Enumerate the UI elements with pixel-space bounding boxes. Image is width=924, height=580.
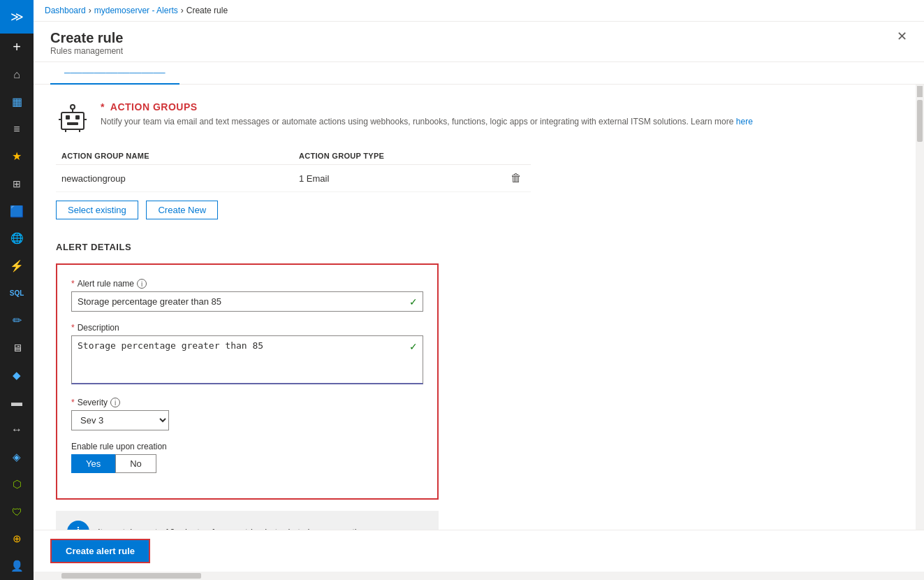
action-groups-section: * ACTION GROUPS Notify your team via ema… [34, 85, 916, 530]
action-groups-table: ACTION GROUP NAME ACTION GROUP TYPE newa… [56, 147, 531, 192]
action-group-type: 1 Email [293, 165, 501, 192]
main-area: Dashboard › mydemoserver - Alerts › Crea… [34, 0, 924, 580]
scroll-container[interactable]: * ACTION GROUPS Notify your team via ema… [34, 85, 916, 530]
sidebar-top: ≫ [0, 0, 34, 34]
lightning-icon[interactable]: ⚡ [0, 252, 34, 280]
no-button[interactable]: No [115, 454, 156, 473]
menu-icon[interactable]: ≡ [0, 115, 34, 143]
description-group: * Description Storage percentage greater… [71, 323, 423, 386]
enable-rule-label: Enable rule upon creation [71, 442, 423, 451]
close-button[interactable]: ✕ [897, 30, 907, 43]
severity-info-icon[interactable]: i [110, 398, 120, 407]
action-groups-description: Notify your team via email and text mess… [101, 115, 753, 128]
collapse-icon[interactable]: ≫ [0, 3, 34, 31]
globe-icon[interactable]: 🌐 [0, 225, 34, 252]
panel-subtitle: Rules management [50, 46, 124, 56]
info-bar: i It can take up to 10 minutes for a met… [56, 511, 439, 530]
description-check-icon: ✓ [409, 341, 418, 352]
action-group-name: newactiongroup [56, 165, 293, 192]
azure-icon[interactable]: ◈ [0, 443, 34, 470]
favorites-icon[interactable]: ★ [0, 143, 34, 170]
panel-title: Create rule [50, 30, 124, 46]
action-groups-title: * ACTION GROUPS [101, 101, 753, 113]
info-bar-text: It can take up to 10 minutes for a metri… [98, 527, 369, 530]
scrollbar-thumb[interactable] [917, 100, 923, 142]
alert-rule-name-input[interactable] [71, 291, 423, 312]
col-header-name: ACTION GROUP NAME [56, 147, 293, 165]
severity-group: * Severity i Sev 0 Sev 1 Sev 2 Sev 3 Sev… [71, 398, 423, 430]
enable-rule-toggle: Yes No [71, 454, 423, 473]
create-alert-rule-button[interactable]: Create alert rule [50, 539, 150, 563]
create-new-button[interactable]: Create New [146, 201, 218, 219]
breadcrumb: Dashboard › mydemoserver - Alerts › Crea… [34, 0, 924, 22]
learn-more-link[interactable]: here [736, 117, 753, 126]
alert-rule-name-label: * Alert rule name i [71, 279, 423, 289]
col-header-action [501, 147, 531, 165]
all-services-icon[interactable]: ⊞ [0, 170, 34, 197]
tab-bar: ───────────────── [34, 62, 924, 85]
panel-header: Create rule Rules management ✕ [34, 22, 924, 62]
edit-icon[interactable]: ✏ [0, 307, 34, 334]
robot-icon [56, 101, 89, 139]
alert-rule-name-group: * Alert rule name i ✓ [71, 279, 423, 312]
monitor-icon[interactable]: 🖥 [0, 334, 34, 361]
shield-icon[interactable]: 🛡 [0, 498, 34, 525]
svg-rect-1 [66, 115, 70, 119]
delete-icon[interactable]: 🗑 [511, 172, 522, 184]
diamond-icon[interactable]: ◆ [0, 361, 34, 389]
home-icon[interactable]: ⌂ [0, 61, 34, 88]
table-row: newactiongroup 1 Email 🗑 [56, 165, 531, 192]
user-icon[interactable]: 👤 [0, 553, 34, 580]
col-header-type: ACTION GROUP TYPE [293, 147, 501, 165]
severity-select[interactable]: Sev 0 Sev 1 Sev 2 Sev 3 Sev 4 [71, 410, 169, 430]
horizontal-scrollbar[interactable] [34, 572, 924, 580]
alert-details-box: * Alert rule name i ✓ [56, 263, 439, 500]
right-scrollbar[interactable] [916, 85, 924, 530]
severity-label: * Severity i [71, 398, 423, 407]
circle-icon[interactable]: ⊕ [0, 525, 34, 553]
breadcrumb-dashboard[interactable]: Dashboard [45, 6, 86, 15]
description-textarea[interactable]: Storage percentage greater than 85 [71, 335, 423, 384]
svg-rect-3 [67, 122, 78, 125]
box-icon[interactable]: 🟦 [0, 198, 34, 225]
alert-details-title: ALERT DETAILS [56, 242, 893, 252]
h-scrollbar-thumb[interactable] [61, 573, 201, 579]
alert-rule-name-info-icon[interactable]: i [137, 279, 147, 289]
description-label: * Description [71, 323, 423, 333]
new-icon[interactable]: + [0, 34, 34, 61]
yes-button[interactable]: Yes [71, 454, 115, 473]
info-circle-icon: i [67, 521, 89, 530]
alert-rule-name-check-icon: ✓ [409, 296, 418, 307]
action-group-buttons: Select existing Create New [56, 201, 893, 219]
breadcrumb-current: Create rule [186, 6, 228, 15]
puzzle-icon[interactable]: ⬡ [0, 471, 34, 498]
exchange-icon[interactable]: ↔ [0, 416, 34, 443]
storage-icon[interactable]: ▬ [0, 389, 34, 416]
svg-rect-2 [75, 115, 80, 119]
enable-rule-group: Enable rule upon creation Yes No [71, 442, 423, 473]
sidebar: ≫ + ⌂ ▦ ≡ ★ ⊞ 🟦 🌐 ⚡ SQL ✏ 🖥 ◆ ▬ ↔ ◈ ⬡ 🛡 … [0, 0, 34, 580]
tab-item[interactable]: ───────────────── [50, 62, 179, 85]
breadcrumb-alerts[interactable]: mydemoserver - Alerts [94, 6, 178, 15]
sql-icon[interactable]: SQL [0, 280, 34, 307]
svg-point-5 [71, 105, 75, 109]
footer: Create alert rule [34, 530, 924, 572]
svg-rect-0 [61, 113, 84, 129]
select-existing-button[interactable]: Select existing [56, 201, 138, 219]
dashboard-icon[interactable]: ▦ [0, 88, 34, 115]
